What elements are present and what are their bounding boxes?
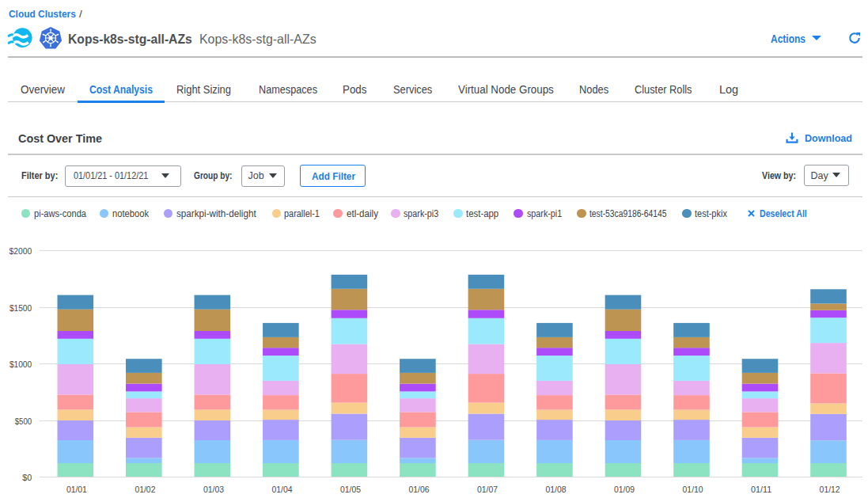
svg-text:01/01: 01/01 (66, 485, 87, 494)
svg-text:$1500: $1500 (9, 303, 32, 313)
svg-text:01/02: 01/02 (135, 485, 155, 494)
svg-text:01/08: 01/08 (546, 485, 567, 494)
svg-text:$1000: $1000 (9, 359, 32, 369)
svg-text:01/10: 01/10 (683, 485, 703, 494)
svg-text:01/07: 01/07 (477, 485, 498, 494)
svg-text:$2000: $2000 (9, 246, 32, 256)
svg-text:01/06: 01/06 (409, 485, 430, 494)
svg-text:01/04: 01/04 (271, 485, 293, 494)
svg-text:01/11: 01/11 (751, 485, 771, 494)
svg-text:$0: $0 (22, 473, 32, 482)
svg-text:01/05: 01/05 (340, 485, 361, 494)
svg-text:01/09: 01/09 (614, 485, 635, 494)
svg-text:$500: $500 (15, 416, 32, 426)
svg-text:01/12: 01/12 (820, 485, 840, 494)
svg-text:01/03: 01/03 (203, 485, 224, 494)
